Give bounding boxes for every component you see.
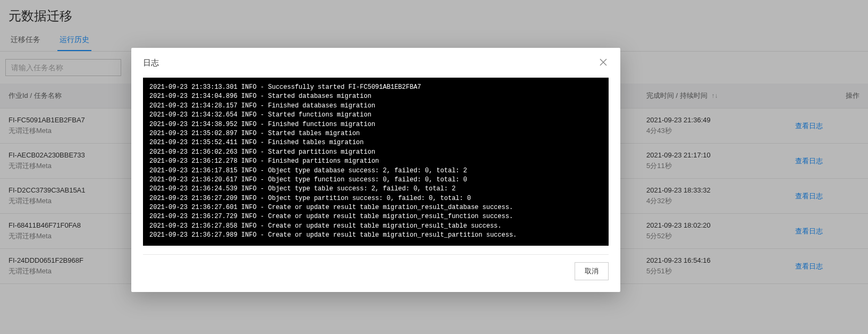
cancel-button[interactable]: 取消 xyxy=(575,262,609,280)
modal-title: 日志 xyxy=(143,58,159,68)
close-icon xyxy=(600,59,607,68)
close-button[interactable] xyxy=(598,57,609,68)
log-modal: 日志 2021-09-23 21:33:13.301 INFO - Succes… xyxy=(131,48,620,292)
log-content[interactable]: 2021-09-23 21:33:13.301 INFO - Successfu… xyxy=(143,78,609,246)
modal-header: 日志 xyxy=(131,48,620,73)
modal-footer: 取消 xyxy=(131,255,620,292)
